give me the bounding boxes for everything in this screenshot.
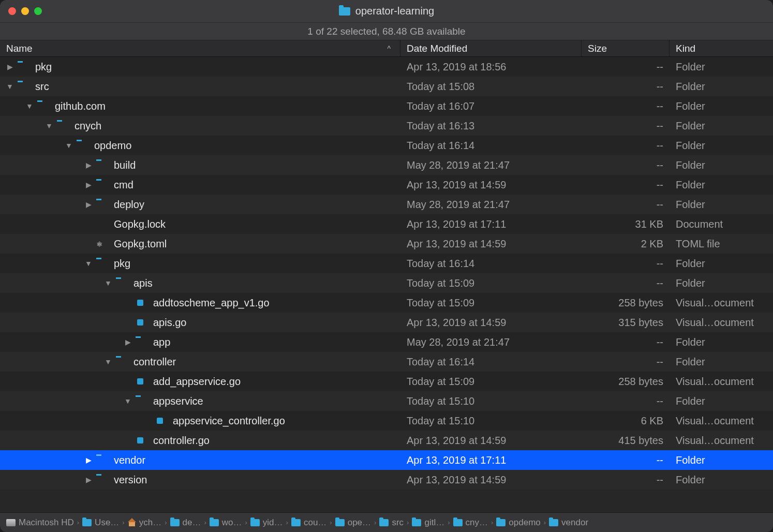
disclosure-triangle-icon[interactable]: ▼ — [123, 397, 132, 405]
path-crumb[interactable]: Macintosh HD — [6, 518, 74, 528]
name-cell[interactable]: ▼src — [0, 81, 400, 93]
name-cell[interactable]: addtoscheme_app_v1.go — [0, 297, 400, 309]
file-list[interactable]: ▶pkgApr 13, 2019 at 18:56--Folder▼srcTod… — [0, 57, 773, 512]
file-row[interactable]: ▼controllerToday at 16:14--Folder — [0, 352, 773, 372]
file-row[interactable]: ▶appMay 28, 2019 at 21:47--Folder — [0, 332, 773, 352]
file-row[interactable]: controller.goApr 13, 2019 at 14:59415 by… — [0, 431, 773, 450]
size: -- — [582, 277, 670, 289]
titlebar[interactable]: operator-learning — [0, 0, 773, 23]
kind: Folder — [670, 100, 773, 112]
toml-file-icon — [96, 239, 109, 249]
name-cell[interactable]: Gopkg.toml — [0, 238, 400, 250]
file-row[interactable]: appservice_controller.goToday at 15:106 … — [0, 411, 773, 431]
path-crumb[interactable]: gitl — [412, 518, 444, 528]
path-crumb[interactable]: wo — [210, 518, 242, 528]
path-crumb[interactable]: opdemo — [496, 518, 540, 528]
file-row[interactable]: ▶buildMay 28, 2019 at 21:47--Folder — [0, 155, 773, 175]
name-cell[interactable]: ▶version — [0, 474, 400, 486]
file-row[interactable]: add_appservice.goToday at 15:09258 bytes… — [0, 372, 773, 391]
date-modified: Apr 13, 2019 at 18:56 — [400, 61, 582, 73]
path-crumb[interactable]: src — [379, 518, 404, 528]
disclosure-triangle-icon[interactable]: ▼ — [103, 358, 113, 366]
disclosure-triangle-icon[interactable]: ▼ — [84, 259, 93, 268]
date-modified: Apr 13, 2019 at 14:59 — [400, 435, 582, 447]
name-cell[interactable]: add_appservice.go — [0, 376, 400, 388]
kind: Visual…ocument — [670, 297, 773, 309]
name-cell[interactable]: ▶pkg — [0, 61, 400, 73]
chevron-right-icon: › — [204, 519, 206, 526]
path-crumb-label: ych — [139, 518, 161, 528]
date-modified: Today at 16:13 — [400, 120, 582, 132]
window-title: operator-learning — [339, 5, 434, 17]
disclosure-triangle-icon[interactable]: ▶ — [123, 338, 132, 346]
column-date-modified[interactable]: Date Modified — [400, 40, 582, 56]
name-cell[interactable]: ▶deploy — [0, 199, 400, 211]
column-name[interactable]: Name ^ — [0, 40, 400, 56]
name-cell[interactable]: ▼controller — [0, 356, 400, 368]
name-cell[interactable]: appservice_controller.go — [0, 415, 400, 427]
file-row[interactable]: ▼github.comToday at 16:07--Folder — [0, 96, 773, 116]
name-cell[interactable]: ▶app — [0, 336, 400, 348]
folder-icon — [335, 519, 345, 526]
file-row[interactable]: ▶pkgApr 13, 2019 at 18:56--Folder — [0, 57, 773, 77]
name-cell[interactable]: ▼github.com — [0, 100, 400, 112]
name-cell[interactable]: ▼pkg — [0, 258, 400, 270]
disclosure-triangle-icon[interactable]: ▶ — [84, 181, 93, 189]
file-row[interactable]: ▼cnychToday at 16:13--Folder — [0, 116, 773, 136]
file-name: github.com — [55, 100, 106, 112]
folder-icon — [82, 519, 92, 526]
path-crumb[interactable]: ych — [128, 518, 161, 528]
name-cell[interactable]: ▼appservice — [0, 395, 400, 407]
go-file-icon — [155, 416, 168, 426]
file-row[interactable]: Gopkg.tomlApr 13, 2019 at 14:592 KBTOML … — [0, 234, 773, 254]
file-row[interactable]: ▶vendorApr 13, 2019 at 17:11--Folder — [0, 450, 773, 470]
close-icon[interactable] — [8, 7, 16, 15]
name-cell[interactable]: ▼opdemo — [0, 140, 400, 152]
name-cell[interactable]: apis.go — [0, 317, 400, 329]
disclosure-triangle-icon[interactable]: ▶ — [84, 476, 93, 484]
name-cell[interactable]: ▶build — [0, 159, 400, 171]
file-row[interactable]: ▼appserviceToday at 15:10--Folder — [0, 391, 773, 411]
file-row[interactable]: ▼pkgToday at 16:14--Folder — [0, 254, 773, 273]
path-crumb[interactable]: cou — [291, 518, 326, 528]
file-row[interactable]: ▶deployMay 28, 2019 at 21:47--Folder — [0, 195, 773, 214]
disclosure-triangle-icon[interactable]: ▼ — [64, 141, 73, 150]
path-crumb[interactable]: de — [170, 518, 201, 528]
path-crumb[interactable]: vendor — [549, 518, 588, 528]
disclosure-triangle-icon[interactable]: ▼ — [44, 122, 54, 130]
disclosure-triangle-icon[interactable]: ▶ — [84, 456, 93, 464]
disclosure-triangle-icon[interactable]: ▼ — [25, 102, 34, 110]
file-row[interactable]: ▶cmdApr 13, 2019 at 14:59--Folder — [0, 175, 773, 195]
path-bar[interactable]: Macintosh HD›Use›ych›de›wo›yid›cou›ope›s… — [0, 512, 773, 532]
path-crumb[interactable]: yid — [250, 518, 283, 528]
file-row[interactable]: apis.goApr 13, 2019 at 14:59315 bytesVis… — [0, 313, 773, 332]
name-cell[interactable]: ▼apis — [0, 277, 400, 289]
column-kind[interactable]: Kind — [670, 40, 773, 56]
disclosure-triangle-icon[interactable]: ▶ — [84, 200, 93, 209]
columns-header: Name ^ Date Modified Size Kind — [0, 40, 773, 57]
disclosure-triangle-icon[interactable]: ▼ — [5, 82, 14, 91]
path-crumb[interactable]: ope — [335, 518, 371, 528]
disclosure-triangle-icon[interactable]: ▼ — [103, 279, 113, 287]
file-row[interactable]: Gopkg.lockApr 13, 2019 at 17:1131 KBDocu… — [0, 214, 773, 234]
file-row[interactable]: ▼srcToday at 15:08--Folder — [0, 77, 773, 96]
path-crumb[interactable]: Use — [82, 518, 119, 528]
file-row[interactable]: addtoscheme_app_v1.goToday at 15:09258 b… — [0, 293, 773, 313]
name-cell[interactable]: ▶cmd — [0, 179, 400, 191]
date-modified: Apr 13, 2019 at 14:59 — [400, 238, 582, 250]
minimize-icon[interactable] — [21, 7, 29, 15]
file-row[interactable]: ▼apisToday at 15:09--Folder — [0, 273, 773, 293]
zoom-icon[interactable] — [34, 7, 42, 15]
file-row[interactable]: ▶versionApr 13, 2019 at 14:59--Folder — [0, 470, 773, 490]
name-cell[interactable]: ▶vendor — [0, 454, 400, 466]
column-kind-label: Kind — [676, 43, 695, 54]
name-cell[interactable]: ▼cnych — [0, 120, 400, 132]
file-row[interactable]: ▼opdemoToday at 16:14--Folder — [0, 136, 773, 155]
name-cell[interactable]: Gopkg.lock — [0, 218, 400, 230]
path-crumb[interactable]: cny — [453, 518, 488, 528]
disclosure-triangle-icon[interactable]: ▶ — [5, 63, 14, 71]
disclosure-triangle-icon[interactable]: ▶ — [84, 161, 93, 169]
column-size[interactable]: Size — [582, 40, 670, 56]
name-cell[interactable]: controller.go — [0, 435, 400, 447]
size: -- — [582, 336, 670, 348]
